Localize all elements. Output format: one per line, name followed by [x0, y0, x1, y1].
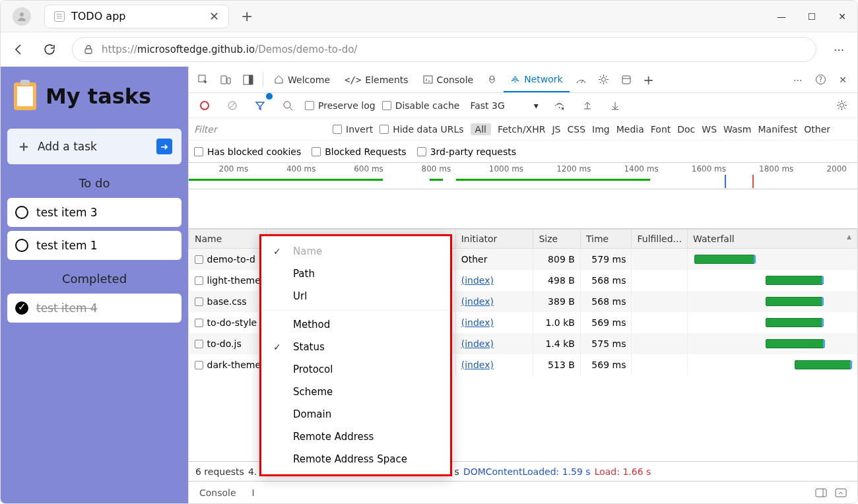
col-waterfall[interactable]: Waterfall	[688, 230, 857, 249]
context-menu-item[interactable]: Remote Address	[261, 425, 450, 448]
filter-type[interactable]: Other	[804, 124, 830, 135]
more-tabs-button[interactable]: +	[638, 69, 659, 90]
col-time[interactable]: Time	[580, 230, 632, 249]
task-label: test item 4	[36, 301, 98, 315]
help-icon[interactable]: ?	[810, 69, 831, 90]
filter-type[interactable]: Media	[616, 124, 644, 135]
filter-type[interactable]: JS	[552, 124, 560, 135]
col-fulfilled[interactable]: Fulfilled...	[632, 230, 688, 249]
add-task-label: Add a task	[38, 140, 97, 153]
third-party-checkbox[interactable]: 3rd-party requests	[417, 146, 516, 157]
network-settings-icon[interactable]	[831, 95, 852, 116]
application-icon[interactable]	[616, 69, 637, 90]
export-har-icon[interactable]	[605, 95, 626, 116]
preserve-log-checkbox[interactable]: Preserve log	[305, 100, 376, 111]
drawer-icon[interactable]	[815, 488, 827, 497]
svg-rect-3	[221, 76, 226, 84]
checkbox-icon[interactable]	[15, 206, 28, 219]
url-text: https://microsoftedge.github.io/Demos/de…	[102, 44, 357, 55]
task-item[interactable]: test item 3	[7, 198, 182, 227]
plus-icon: ＋	[16, 137, 31, 156]
context-menu-item[interactable]: Remote Address Space	[261, 448, 450, 470]
add-task-button[interactable]: ＋ Add a task ➜	[7, 129, 182, 164]
blocked-cookies-checkbox[interactable]: Has blocked cookies	[194, 146, 301, 157]
hide-data-urls-checkbox[interactable]: Hide data URLs	[380, 124, 463, 135]
svg-point-9	[515, 81, 516, 82]
browser-tab[interactable]: TODO app ✕	[44, 5, 229, 28]
col-size[interactable]: Size	[533, 230, 580, 249]
devtools-drawer: Console I	[189, 481, 857, 503]
window-minimize-button[interactable]: —	[766, 1, 797, 32]
invert-checkbox[interactable]: Invert	[333, 124, 373, 135]
context-menu-item[interactable]: Path	[261, 263, 450, 285]
filter-type[interactable]: WS	[702, 124, 717, 135]
tab-welcome[interactable]: Welcome	[267, 67, 337, 92]
disable-cache-checkbox[interactable]: Disable cache	[382, 100, 460, 111]
back-button[interactable]	[6, 36, 32, 63]
status-transfer: 4.	[248, 466, 257, 477]
filter-input[interactable]: Filter	[194, 124, 326, 135]
submit-arrow-icon[interactable]: ➜	[156, 139, 172, 154]
task-item[interactable]: test item 1	[7, 231, 182, 260]
svg-rect-6	[249, 75, 253, 84]
checkbox-checked-icon[interactable]	[15, 301, 28, 315]
context-menu-item[interactable]: Scheme	[261, 381, 450, 403]
drawer-expand-icon[interactable]	[835, 488, 847, 497]
window-maximize-button[interactable]: ☐	[797, 1, 827, 32]
completed-section-heading: Completed	[7, 264, 182, 290]
import-har-icon[interactable]	[577, 95, 598, 116]
filter-toggle-icon[interactable]	[249, 95, 271, 116]
more-button[interactable]: ⋯	[826, 36, 852, 63]
tab-console[interactable]: Console	[416, 67, 480, 92]
window-close-button[interactable]: ✕	[827, 1, 857, 32]
devtools-tabbar: Welcome </>Elements Console Network + ⋯ …	[189, 67, 857, 93]
network-timeline[interactable]: 200 ms400 ms600 ms800 ms1000 ms1200 ms14…	[189, 163, 857, 189]
address-bar[interactable]: https://microsoftedge.github.io/Demos/de…	[72, 37, 816, 62]
clear-button[interactable]	[222, 95, 243, 116]
tab-elements[interactable]: </>Elements	[338, 67, 415, 92]
checkbox-icon[interactable]	[15, 239, 28, 252]
inspect-icon[interactable]	[193, 69, 214, 90]
profile-icon[interactable]	[13, 7, 31, 26]
device-toggle-icon[interactable]	[215, 69, 236, 90]
col-initiator[interactable]: Initiator	[455, 230, 533, 249]
drawer-console-tab[interactable]: Console	[199, 488, 236, 498]
context-menu-item[interactable]: Url	[261, 285, 450, 307]
record-button[interactable]	[194, 95, 215, 116]
sources-icon[interactable]	[481, 69, 502, 90]
filter-type[interactable]: Img	[592, 124, 610, 135]
new-tab-button[interactable]: +	[241, 8, 253, 24]
context-menu-item[interactable]: Method	[261, 313, 450, 336]
tab-close-icon[interactable]: ✕	[209, 9, 219, 23]
col-name[interactable]: Name	[189, 230, 267, 249]
devtools-menu-icon[interactable]: ⋯	[787, 69, 808, 90]
context-menu-item[interactable]: Protocol	[261, 358, 450, 381]
search-icon[interactable]	[277, 95, 298, 116]
devtools-close-icon[interactable]: ✕	[832, 69, 853, 90]
filter-all[interactable]: All	[471, 123, 491, 135]
filter-type[interactable]: Fetch/XHR	[498, 124, 546, 135]
tab-network[interactable]: Network	[504, 67, 569, 92]
filter-type[interactable]: Font	[651, 124, 671, 135]
filter-type[interactable]: Wasm	[723, 124, 751, 135]
task-item[interactable]: test item 4	[7, 294, 182, 323]
browser-titlebar: TODO app ✕ + — ☐ ✕	[1, 1, 857, 32]
throttling-select[interactable]: Fast 3G▾	[466, 99, 542, 112]
refresh-button[interactable]	[36, 36, 63, 63]
dock-icon[interactable]	[238, 69, 259, 90]
filter-type[interactable]: CSS	[567, 124, 585, 135]
browser-toolbar: https://microsoftedge.github.io/Demos/de…	[1, 32, 857, 67]
filter-type-list: Fetch/XHRJSCSSImgMediaFontDocWSWasmManif…	[498, 124, 830, 135]
filter-type[interactable]: Manifest	[758, 124, 798, 135]
network-conditions-icon[interactable]	[549, 95, 570, 116]
blocked-requests-checkbox[interactable]: Blocked Requests	[312, 146, 406, 157]
context-menu-item[interactable]: Domain	[261, 403, 450, 425]
status-dcl: DOMContentLoaded: 1.59 s	[463, 466, 591, 477]
filter-type[interactable]: Doc	[677, 124, 695, 135]
timeline-overview[interactable]	[189, 189, 857, 229]
status-load: Load: 1.66 s	[595, 466, 651, 477]
drawer-issues-tab[interactable]: I	[252, 488, 255, 498]
performance-icon[interactable]	[571, 69, 592, 90]
settings-gear-icon[interactable]	[593, 69, 614, 90]
context-menu-item[interactable]: ✓Status	[261, 336, 450, 358]
